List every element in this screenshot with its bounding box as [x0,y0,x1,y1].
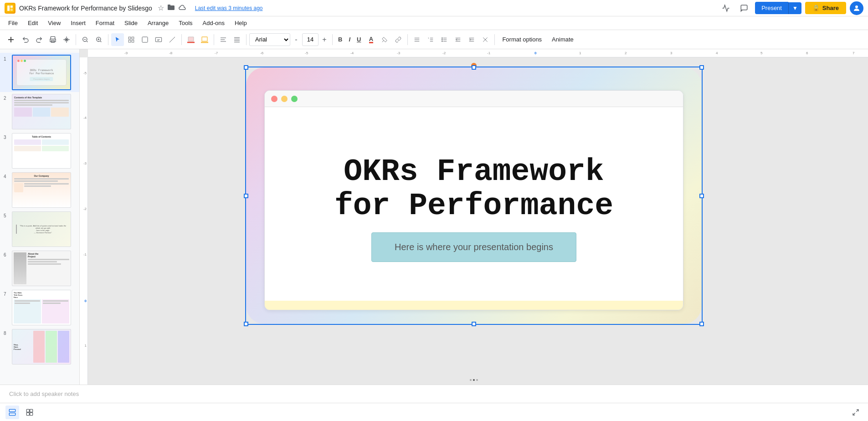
menu-file[interactable]: File [4,18,22,28]
speaker-notes[interactable]: Click to add speaker notes [0,385,868,403]
svg-rect-61 [30,412,33,415]
star-icon[interactable]: ☆ [158,4,164,12]
paint-format-btn[interactable] [60,33,73,46]
svg-rect-1 [7,5,10,11]
lock-icon: 🔒 [812,5,820,11]
handle-tl[interactable] [244,65,248,70]
svg-rect-2 [10,5,13,8]
separator-7 [407,34,408,45]
svg-point-44 [442,41,443,41]
present-button[interactable]: Present [755,2,788,14]
user-avatar[interactable] [850,1,863,15]
browser-content: OKRs Framework for Performance Here is w… [265,107,683,310]
add-slide-btn[interactable] [4,33,18,46]
font-size-input[interactable] [302,33,318,46]
animate-btn[interactable]: Animate [547,33,578,46]
svg-point-7 [855,5,858,8]
handle-mr[interactable] [699,194,704,198]
thumbnail-slide-2[interactable]: 2 Contents of this Template [0,92,79,131]
handle-tc[interactable] [472,65,476,70]
menu-slide[interactable]: Slide [120,18,142,28]
textbox-btn[interactable] [152,33,165,46]
handle-bl[interactable] [244,322,248,326]
canvas-area[interactable]: -9 -8 -7 -6 -5 -4 -3 -2 -1 0 1 2 3 4 5 6… [80,49,868,385]
handle-ml[interactable] [244,194,248,198]
thumbnail-slide-7[interactable]: 7 The SlideTitle GoesHere [0,288,79,327]
decrease-indent-btn[interactable] [452,33,464,46]
numbered-list-btn[interactable]: 1 [424,33,437,46]
svg-rect-5 [168,5,170,6]
zoom-in-btn[interactable] [92,33,105,46]
line-btn[interactable] [166,33,179,46]
subtitle-box[interactable]: Here is where your presentation begins [371,232,576,262]
menu-addons[interactable]: Add-ons [198,18,229,28]
thumbnail-4-preview: Our Company [12,172,71,208]
main-slide[interactable]: OKRs Framework for Performance Here is w… [246,67,702,324]
browser-dot-yellow [281,96,288,102]
list-view-btn[interactable] [5,406,19,419]
italic-btn[interactable]: I [346,33,353,46]
menu-help[interactable]: Help [230,18,252,28]
para-align-btn[interactable] [411,33,423,46]
menu-arrange[interactable]: Arrange [143,18,173,28]
doc-title: OKRs Framework for Performance by Slides… [19,5,152,12]
menu-edit[interactable]: Edit [23,18,42,28]
last-edit-link[interactable]: Last edit was 3 minutes ago [195,5,263,11]
align-btn[interactable] [217,33,230,46]
svg-rect-14 [128,37,131,39]
separator-6 [332,34,333,45]
align-more-btn[interactable] [231,33,243,46]
folder-icon[interactable] [168,4,175,12]
text-color-btn[interactable]: A [365,33,377,46]
menu-format[interactable]: Format [91,18,119,28]
undo-btn[interactable] [19,33,32,46]
underline-btn[interactable]: U [354,33,364,46]
link-btn[interactable] [392,33,405,46]
thumbnail-slide-6[interactable]: 6 About theProject [0,249,79,288]
font-family-select[interactable]: Arial [249,33,290,46]
toolbar-right: Present ▼ 🔒 Share [719,1,863,15]
shapes-btn[interactable] [139,33,151,46]
thumbnail-slide-1[interactable]: 1 OKRs Frameworkfor Performance Presenta… [0,53,79,92]
print-btn[interactable] [46,33,59,46]
handle-tr[interactable] [699,65,704,70]
increase-indent-btn[interactable] [465,33,478,46]
thumbnail-slide-4[interactable]: 4 Our Company [0,170,79,210]
bullet-list-btn[interactable] [438,33,451,46]
svg-point-42 [442,37,443,38]
history-icon-btn[interactable] [719,1,733,15]
cloud-save-icon[interactable] [179,4,187,12]
svg-rect-3 [10,8,13,10]
toolbar: Arial - + B I U A 1 Format opti [0,30,868,49]
svg-rect-56 [9,409,15,411]
zoom-out-btn[interactable] [79,33,92,46]
font-size-minus-btn[interactable]: - [291,33,301,46]
thumbnail-slide-5[interactable]: 5 "This is a quote. Add lots of quotes a… [0,210,79,249]
share-button[interactable]: 🔒 Share [805,2,846,14]
thumbnail-slide-3[interactable]: 3 Table of Contents [0,131,79,170]
redo-btn[interactable] [33,33,46,46]
border-color-btn[interactable] [198,33,211,46]
thumbnail-slide-8[interactable]: 8 Stop,Start,Proceed [0,327,79,366]
grid-view-btn[interactable] [23,406,36,419]
clear-format-btn[interactable] [479,33,492,46]
menu-tools[interactable]: Tools [174,18,197,28]
comments-icon-btn[interactable] [737,1,751,15]
select-tool-btn[interactable] [111,33,124,46]
present-dropdown-btn[interactable]: ▼ [788,2,801,14]
browser-mockup: OKRs Framework for Performance Here is w… [264,90,683,310]
format-options-btn[interactable]: Format options [498,33,546,46]
menu-view[interactable]: View [43,18,65,28]
bold-btn[interactable]: B [335,33,345,46]
font-size-plus-btn[interactable]: + [319,33,329,46]
separator-2 [108,34,108,45]
highlight-btn[interactable] [378,33,391,46]
expand-btn[interactable] [849,406,863,419]
handle-br[interactable] [699,322,704,326]
svg-line-22 [169,37,175,42]
menu-insert[interactable]: Insert [66,18,90,28]
handle-bc[interactable] [472,322,476,326]
browser-bar [265,91,683,107]
select-all-btn[interactable] [125,33,138,46]
fill-color-btn[interactable] [185,33,197,46]
